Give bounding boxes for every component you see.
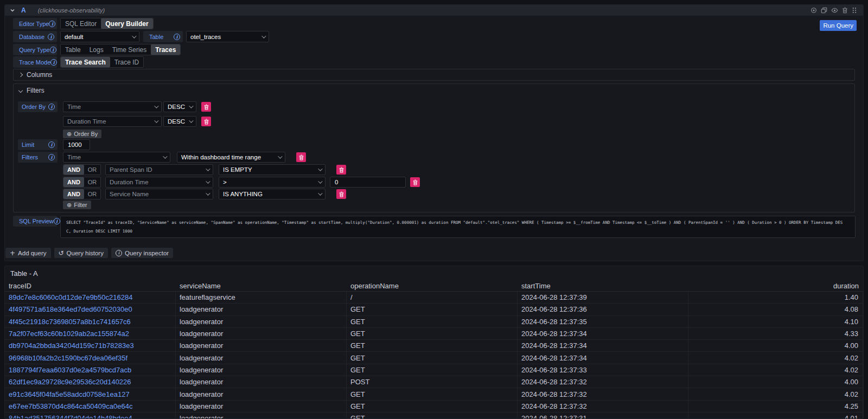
operation-name-cell: GET [347,412,518,419]
remove-filter-button[interactable] [336,165,346,175]
remove-filter-button[interactable] [296,152,306,162]
order-by-field-select[interactable]: Duration Time [63,116,162,127]
duration-cell: 4.00 [688,340,863,352]
trace-id-link[interactable]: db9704a2bbda34204d159c71b78283e3 [5,340,176,352]
duration-cell: 4.02 [688,388,863,400]
filter-op-select[interactable]: Within dashboard time range [177,152,285,163]
info-icon[interactable]: i [48,141,55,148]
filter-value-input[interactable]: 0 [330,177,406,188]
trace-id-link[interactable]: 89dc7e8c6060c0d12de7e9b50c216284 [5,292,176,304]
table-row: 4f45c21918c73698057a8b1c741657c6loadgene… [5,316,863,328]
info-icon[interactable]: i [50,47,56,53]
columns-section[interactable]: Columns [13,69,855,81]
limit-input[interactable]: 1000 [63,139,90,150]
operation-name-cell: GET [347,304,518,315]
history-icon: ↺ [59,249,64,257]
duplicate-icon[interactable] [821,7,827,14]
filter-op-select[interactable]: > [219,177,326,188]
record-icon[interactable] [810,7,817,14]
column-header-duration[interactable]: duration [688,280,863,292]
trace-id-link[interactable]: 84b1ad351756344f7d04de14b48bdee4 [5,412,176,419]
info-icon[interactable]: i [174,34,180,40]
table-select[interactable]: otel_traces [186,31,269,42]
collapse-chevron-icon[interactable] [10,8,15,12]
order-by-field-select[interactable]: Time [63,101,162,112]
add-order-by-button[interactable]: ⊕Order By [63,130,101,138]
and-or-toggle[interactable]: ANDOR [63,164,101,175]
option-sql-editor[interactable]: SQL Editor [61,18,101,29]
remove-filter-button[interactable] [410,177,420,187]
start-time-cell: 2024-06-28 12:37:34 [518,340,688,352]
filter-field-select[interactable]: Duration Time [105,177,213,188]
trace-id-link[interactable]: 7a2f07ecf63c60b1029ab2ac155874a2 [5,328,176,340]
table-label: Table i [143,31,183,42]
remove-order-by-button[interactable] [201,117,211,126]
info-icon[interactable]: i [54,218,60,224]
chevron-right-icon [18,73,23,77]
start-time-cell: 2024-06-28 12:37:31 [518,412,688,419]
table-row: 84b1ad351756344f7d04de14b48bdee4loadgene… [5,412,863,419]
info-icon[interactable]: i [48,104,55,110]
table-row: 7a2f07ecf63c60b1029ab2ac155874a2loadgene… [5,328,863,340]
add-query-button[interactable]: +Add query [5,248,51,258]
order-by-dir-select[interactable]: DESC [163,101,196,112]
service-name-cell: loadgenerator [176,364,347,376]
trace-id-link[interactable]: 62df1ec9a29728c9e29536c20d140226 [5,376,176,388]
sql-preview-text: SELECT "TraceId" as traceID, "ServiceNam… [60,216,856,238]
query-history-button[interactable]: ↺Query history [54,248,108,258]
table-row: e91c3645f04fa5e58adcd0758e1ea127loadgene… [5,388,863,400]
table-row: 96968b10fa2b2c1590bc67dea06ef35floadgene… [5,352,863,364]
filter-field-select[interactable]: Parent Span ID [105,164,213,175]
run-query-button[interactable]: Run Query [820,20,857,31]
database-select[interactable]: default [60,31,139,42]
drag-handle-icon[interactable] [852,7,857,14]
add-filter-button[interactable]: ⊕Filter [63,201,91,209]
duration-cell: 4.02 [688,364,863,376]
filter-field-select[interactable]: Time [63,152,170,163]
start-time-cell: 2024-06-28 12:37:34 [518,352,688,364]
trace-id-link[interactable]: 96968b10fa2b2c1590bc67dea06ef35f [5,352,176,364]
filter-op-select[interactable]: IS ANYTHING [219,189,326,199]
query-row-header[interactable]: A (clickhouse-observability) [5,5,863,16]
option-logs[interactable]: Logs [85,44,108,55]
column-header-operationname[interactable]: operationName [347,280,518,292]
info-icon[interactable]: i [50,59,57,66]
info-icon[interactable]: i [49,21,55,27]
chevron-down-icon [206,179,210,183]
remove-order-by-button[interactable] [201,102,211,112]
eye-icon[interactable] [831,7,838,14]
option-traces[interactable]: Traces [151,44,180,55]
query-inspector-button[interactable]: iQuery inspector [111,248,173,258]
option-query-builder[interactable]: Query Builder [101,18,152,29]
chevron-down-icon [206,191,210,195]
option-time-series[interactable]: Time Series [108,44,151,55]
trace-id-link[interactable]: e67ee7b53870d4c864ca50409ca0e64c [5,401,176,412]
trace-id-link[interactable]: 4f497571a618e364ed7ded60752030e0 [5,304,176,315]
sql-preview-label: SQL Preview i [13,216,57,227]
column-header-servicename[interactable]: serviceName [176,280,347,292]
filters-section-header[interactable]: Filters [18,87,850,94]
chevron-down-icon [206,166,210,171]
and-or-toggle[interactable]: ANDOR [63,189,101,199]
trace-id-link[interactable]: 4f45c21918c73698057a8b1c741657c6 [5,316,176,328]
trash-icon[interactable] [842,7,848,14]
info-icon[interactable]: i [48,34,54,40]
and-or-toggle[interactable]: ANDOR [63,177,101,188]
filter-field-select[interactable]: Service Name [105,189,213,199]
option-trace-search[interactable]: Trace Search [61,57,110,67]
column-header-traceid[interactable]: traceID [5,280,176,292]
duration-cell: 4.02 [688,352,863,364]
order-by-dir-select[interactable]: DESC [163,116,196,127]
operation-name-cell: GET [347,328,518,340]
remove-filter-button[interactable] [336,189,346,199]
column-header-starttime[interactable]: startTime [518,280,688,292]
option-table[interactable]: Table [61,44,85,55]
operation-name-cell: POST [347,376,518,388]
trace-id-link[interactable]: e91c3645f04fa5e58adcd0758e1ea127 [5,388,176,400]
database-label: Database i [13,31,57,42]
chevron-down-icon [278,154,282,158]
filter-op-select[interactable]: IS EMPTY [219,164,326,175]
info-icon[interactable]: i [48,154,55,160]
trace-id-link[interactable]: 1887794f7eaa6037d0e2a4579bcd7acb [5,364,176,376]
option-trace-id[interactable]: Trace ID [110,57,144,67]
